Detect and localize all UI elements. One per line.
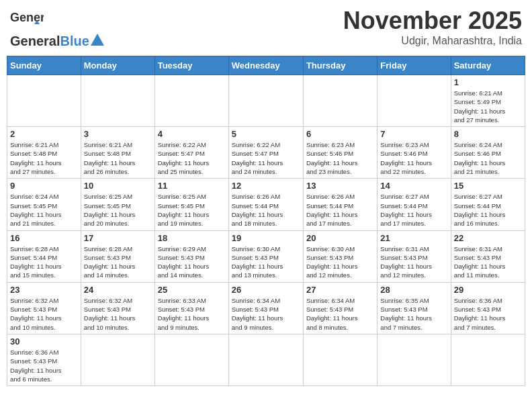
calendar-cell: 1Sunrise: 6:21 AM Sunset: 5:49 PM Daylig… xyxy=(451,75,525,127)
day-info: Sunrise: 6:32 AM Sunset: 5:43 PM Dayligh… xyxy=(10,296,78,332)
calendar-cell xyxy=(7,75,81,127)
page-subtitle: Udgir, Maharashtra, India xyxy=(343,35,522,47)
col-thursday: Thursday xyxy=(303,56,377,75)
calendar-cell: 8Sunrise: 6:24 AM Sunset: 5:46 PM Daylig… xyxy=(451,127,525,179)
day-info: Sunrise: 6:25 AM Sunset: 5:45 PM Dayligh… xyxy=(84,192,152,228)
page-header: General General Blue November 2025 Udgir… xyxy=(7,7,525,49)
day-number: 18 xyxy=(158,233,226,243)
day-info: Sunrise: 6:21 AM Sunset: 5:49 PM Dayligh… xyxy=(454,89,522,124)
day-info: Sunrise: 6:36 AM Sunset: 5:43 PM Dayligh… xyxy=(10,348,78,383)
day-number: 19 xyxy=(232,233,300,243)
day-number: 30 xyxy=(10,336,78,347)
day-number: 8 xyxy=(454,129,522,139)
day-info: Sunrise: 6:23 AM Sunset: 5:46 PM Dayligh… xyxy=(306,140,374,176)
day-number: 28 xyxy=(380,285,447,295)
title-section: November 2025 Udgir, Maharashtra, India xyxy=(343,7,522,47)
calendar-cell: 27Sunrise: 6:34 AM Sunset: 5:43 PM Dayli… xyxy=(303,282,377,334)
calendar-cell: 25Sunrise: 6:33 AM Sunset: 5:43 PM Dayli… xyxy=(154,282,228,334)
day-number: 1 xyxy=(454,77,522,87)
calendar-cell: 2Sunrise: 6:21 AM Sunset: 5:48 PM Daylig… xyxy=(7,127,81,179)
day-number: 20 xyxy=(306,233,374,243)
calendar-cell: 30Sunrise: 6:36 AM Sunset: 5:43 PM Dayli… xyxy=(7,334,81,385)
day-info: Sunrise: 6:24 AM Sunset: 5:45 PM Dayligh… xyxy=(10,192,78,228)
calendar-header-row: Sunday Monday Tuesday Wednesday Thursday… xyxy=(7,56,525,75)
col-tuesday: Tuesday xyxy=(154,56,228,75)
logo-general: General xyxy=(10,34,60,49)
calendar-table: Sunday Monday Tuesday Wednesday Thursday… xyxy=(7,56,525,386)
svg-marker-2 xyxy=(91,34,104,46)
logo-triangle-icon xyxy=(91,34,104,46)
day-info: Sunrise: 6:34 AM Sunset: 5:43 PM Dayligh… xyxy=(306,296,374,332)
day-info: Sunrise: 6:21 AM Sunset: 5:48 PM Dayligh… xyxy=(84,140,152,176)
day-info: Sunrise: 6:24 AM Sunset: 5:46 PM Dayligh… xyxy=(454,140,522,176)
calendar-cell xyxy=(81,75,154,127)
day-info: Sunrise: 6:27 AM Sunset: 5:44 PM Dayligh… xyxy=(454,192,522,228)
day-number: 12 xyxy=(232,181,300,191)
day-number: 24 xyxy=(84,285,152,295)
day-number: 6 xyxy=(306,129,374,139)
calendar-cell: 18Sunrise: 6:29 AM Sunset: 5:43 PM Dayli… xyxy=(154,230,228,282)
day-number: 14 xyxy=(380,181,447,191)
day-info: Sunrise: 6:28 AM Sunset: 5:43 PM Dayligh… xyxy=(84,244,152,280)
day-info: Sunrise: 6:32 AM Sunset: 5:43 PM Dayligh… xyxy=(84,296,152,332)
calendar-cell: 22Sunrise: 6:31 AM Sunset: 5:43 PM Dayli… xyxy=(451,230,525,282)
day-info: Sunrise: 6:35 AM Sunset: 5:43 PM Dayligh… xyxy=(380,296,447,332)
day-info: Sunrise: 6:22 AM Sunset: 5:47 PM Dayligh… xyxy=(158,140,226,176)
calendar-cell: 23Sunrise: 6:32 AM Sunset: 5:43 PM Dayli… xyxy=(7,282,81,334)
day-number: 9 xyxy=(10,181,78,191)
day-info: Sunrise: 6:36 AM Sunset: 5:43 PM Dayligh… xyxy=(454,296,522,332)
calendar-cell: 12Sunrise: 6:26 AM Sunset: 5:44 PM Dayli… xyxy=(228,179,303,230)
day-info: Sunrise: 6:31 AM Sunset: 5:43 PM Dayligh… xyxy=(454,244,522,280)
day-info: Sunrise: 6:22 AM Sunset: 5:47 PM Dayligh… xyxy=(232,140,300,176)
day-number: 22 xyxy=(454,233,522,243)
day-number: 17 xyxy=(84,233,152,243)
calendar-cell xyxy=(303,334,377,385)
calendar-cell xyxy=(451,334,525,385)
day-info: Sunrise: 6:30 AM Sunset: 5:43 PM Dayligh… xyxy=(306,244,374,280)
page-title: November 2025 xyxy=(343,7,522,35)
day-number: 27 xyxy=(306,285,374,295)
day-info: Sunrise: 6:30 AM Sunset: 5:43 PM Dayligh… xyxy=(232,244,300,280)
calendar-cell xyxy=(303,75,377,127)
calendar-cell: 26Sunrise: 6:34 AM Sunset: 5:43 PM Dayli… xyxy=(228,282,303,334)
calendar-cell xyxy=(154,75,228,127)
calendar-cell: 29Sunrise: 6:36 AM Sunset: 5:43 PM Dayli… xyxy=(451,282,525,334)
calendar-cell: 15Sunrise: 6:27 AM Sunset: 5:44 PM Dayli… xyxy=(451,179,525,230)
calendar-cell: 13Sunrise: 6:26 AM Sunset: 5:44 PM Dayli… xyxy=(303,179,377,230)
calendar-cell xyxy=(81,334,154,385)
calendar-cell: 20Sunrise: 6:30 AM Sunset: 5:43 PM Dayli… xyxy=(303,230,377,282)
day-number: 3 xyxy=(84,129,152,139)
day-info: Sunrise: 6:28 AM Sunset: 5:44 PM Dayligh… xyxy=(10,244,78,280)
day-info: Sunrise: 6:29 AM Sunset: 5:43 PM Dayligh… xyxy=(158,244,226,280)
day-info: Sunrise: 6:26 AM Sunset: 5:44 PM Dayligh… xyxy=(306,192,374,228)
day-info: Sunrise: 6:23 AM Sunset: 5:46 PM Dayligh… xyxy=(380,140,447,176)
day-info: Sunrise: 6:34 AM Sunset: 5:43 PM Dayligh… xyxy=(232,296,300,332)
calendar-cell: 21Sunrise: 6:31 AM Sunset: 5:43 PM Dayli… xyxy=(378,230,451,282)
calendar-cell: 14Sunrise: 6:27 AM Sunset: 5:44 PM Dayli… xyxy=(378,179,451,230)
day-info: Sunrise: 6:31 AM Sunset: 5:43 PM Dayligh… xyxy=(380,244,447,280)
day-number: 15 xyxy=(454,181,522,191)
col-monday: Monday xyxy=(81,56,154,75)
calendar-cell xyxy=(228,334,303,385)
col-friday: Friday xyxy=(378,56,451,75)
calendar-cell xyxy=(228,75,303,127)
day-number: 7 xyxy=(380,129,447,139)
col-saturday: Saturday xyxy=(451,56,525,75)
calendar-cell: 7Sunrise: 6:23 AM Sunset: 5:46 PM Daylig… xyxy=(378,127,451,179)
day-number: 16 xyxy=(10,233,78,243)
svg-text:General: General xyxy=(10,11,44,24)
day-number: 4 xyxy=(158,129,226,139)
calendar-cell: 5Sunrise: 6:22 AM Sunset: 5:47 PM Daylig… xyxy=(228,127,303,179)
calendar-cell: 6Sunrise: 6:23 AM Sunset: 5:46 PM Daylig… xyxy=(303,127,377,179)
day-info: Sunrise: 6:21 AM Sunset: 5:48 PM Dayligh… xyxy=(10,140,78,176)
logo-blue: Blue xyxy=(60,34,89,49)
day-number: 29 xyxy=(454,285,522,295)
day-number: 2 xyxy=(10,129,78,139)
logo-icon: General xyxy=(10,7,44,34)
day-number: 25 xyxy=(158,285,226,295)
calendar-cell: 24Sunrise: 6:32 AM Sunset: 5:43 PM Dayli… xyxy=(81,282,154,334)
calendar-cell: 17Sunrise: 6:28 AM Sunset: 5:43 PM Dayli… xyxy=(81,230,154,282)
day-number: 11 xyxy=(158,181,226,191)
logo: General General Blue xyxy=(10,7,104,49)
calendar-cell xyxy=(154,334,228,385)
